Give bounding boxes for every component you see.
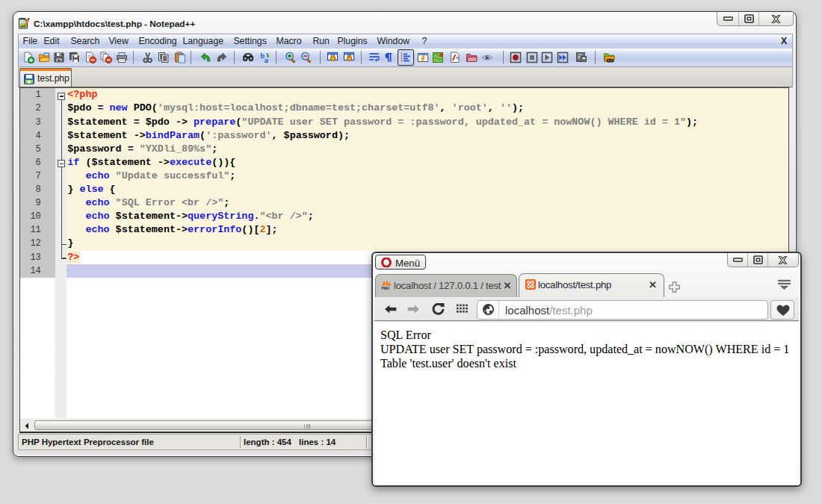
svg-text:PMA: PMA [381, 286, 389, 289]
